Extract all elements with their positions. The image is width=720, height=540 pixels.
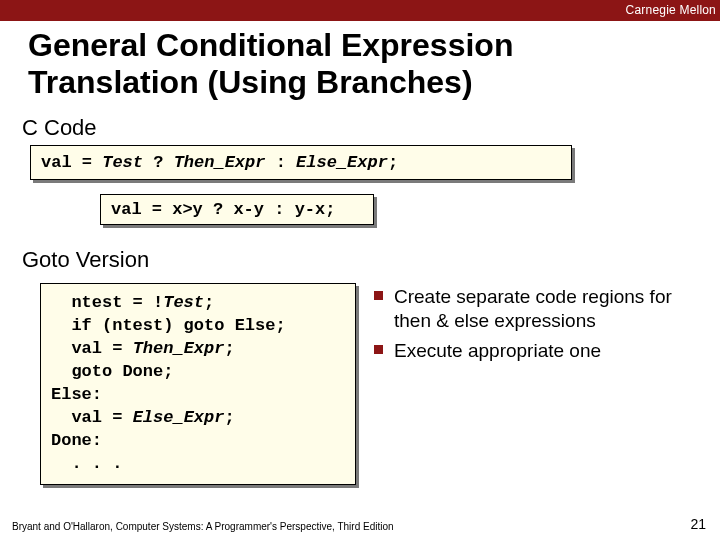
bullet-list: Create separate code regions for then & … (374, 285, 704, 368)
code-box-goto: ntest = !Test; if (ntest) goto Else; val… (40, 283, 356, 485)
slide-title: General Conditional Expression Translati… (28, 27, 720, 101)
code-seg-else: Else_Expr (296, 153, 388, 172)
code-seg: ? (143, 153, 174, 172)
bullet-item: Create separate code regions for then & … (374, 285, 704, 333)
page-number: 21 (690, 516, 706, 532)
code-box-general-form: val = Test ? Then_Expr : Else_Expr; (30, 145, 572, 180)
code-line: Done: (51, 431, 102, 450)
title-line1: General Conditional Expression (28, 27, 513, 63)
code-line: . . . (51, 454, 122, 473)
title-line2: Translation (Using Branches) (28, 64, 473, 100)
goto-row: ntest = !Test; if (ntest) goto Else; val… (0, 277, 720, 485)
code-line: val = (51, 339, 133, 358)
footer-citation: Bryant and O'Hallaron, Computer Systems:… (12, 521, 394, 532)
code-seg: : (265, 153, 296, 172)
code-line: ntest = ! (51, 293, 163, 312)
code-line: ; (224, 339, 234, 358)
code-line: Else: (51, 385, 102, 404)
code-seg: val = (41, 153, 102, 172)
code-seg: ; (388, 153, 398, 172)
code-box-example: val = x>y ? x-y : y-x; (100, 194, 374, 225)
institution-label: Carnegie Mellon (626, 0, 716, 21)
code-line: goto Done; (51, 362, 173, 381)
top-bar: Carnegie Mellon (0, 0, 720, 21)
code-seg-then: Then_Expr (174, 153, 266, 172)
code-seg-then: Then_Expr (133, 339, 225, 358)
bullet-item: Execute appropriate one (374, 339, 704, 363)
code-seg-else: Else_Expr (133, 408, 225, 427)
section-goto-version: Goto Version (22, 247, 720, 273)
code-line: ; (204, 293, 214, 312)
code-line: ; (224, 408, 234, 427)
code-seg-test: Test (102, 153, 143, 172)
code-line: val = (51, 408, 133, 427)
section-c-code: C Code (22, 115, 720, 141)
code-seg-test: Test (163, 293, 204, 312)
code-line: if (ntest) goto Else; (51, 316, 286, 335)
